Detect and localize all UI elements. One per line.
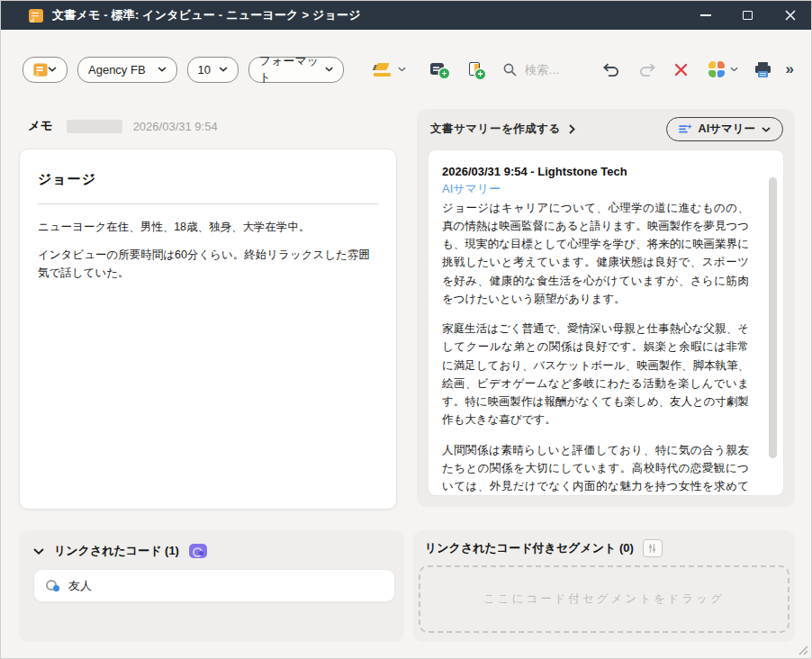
font-size-dropdown[interactable]: 10 (187, 57, 239, 83)
ai-sparkle-icon (679, 123, 692, 135)
memo-divider (38, 203, 378, 204)
toolbar: Agency FB 10 フォーマット (23, 55, 793, 84)
memo-paragraph: ニューヨーク在住、男性、18歳、独身、大学在学中。 (38, 218, 378, 236)
four-color-grid-icon (708, 61, 725, 77)
insert-document-button[interactable] (468, 62, 483, 77)
chevron-down-icon (325, 67, 333, 72)
summary-content[interactable]: 2026/03/31 9:54 - Lightstone Tech AIサマリー… (428, 149, 784, 496)
linked-segments-title: リンクされたコード付きセグメント (0) (425, 540, 634, 556)
summary-paragraph: 家庭生活はごく普通で、愛情深い母親と仕事熱心な父親、そしてクールな弟との関係は良… (442, 320, 749, 429)
maximize-button[interactable] (726, 1, 769, 30)
font-family-value: Agency FB (88, 63, 146, 77)
visual-tools-button[interactable] (708, 61, 738, 77)
create-summary-label: 文書サマリーを作成する (430, 122, 561, 137)
memo-type-dropdown[interactable] (23, 57, 68, 83)
memo-editor[interactable]: ジョージ ニューヨーク在住、男性、18歳、独身、大学在学中。 インタビューの所要… (19, 149, 397, 510)
delete-x-icon (674, 63, 688, 77)
memo-window: 文書メモ - 標準: インタビュー - ニューヨーク > ジョージ Agency… (0, 0, 812, 659)
memo-title: ジョージ (38, 171, 378, 188)
code-label: 友人 (68, 578, 92, 594)
resize-grip-icon[interactable] (797, 644, 808, 655)
ai-summary-button-label: AIサマリー (699, 122, 755, 137)
summary-panel: 文書サマリーを作成する AIサマリー 2026/03/31 9:54 - Lig… (417, 109, 795, 507)
chevron-down-icon (219, 67, 228, 72)
summary-paragraph: ジョージはキャリアについて、心理学の道に進むものの、真の情熱は映画監督にあると語… (442, 199, 749, 309)
memo-timestamp: 2026/03/31 9:54 (133, 120, 218, 133)
summary-scrollbar[interactable] (769, 177, 777, 458)
font-family-dropdown[interactable]: Agency FB (77, 57, 177, 83)
printer-icon (753, 61, 772, 78)
sliders-icon (647, 543, 657, 554)
format-label: フォーマット (259, 53, 325, 86)
highlight-button[interactable] (354, 61, 406, 77)
linked-segments-card: リンクされたコード付きセグメント (0) ここにコード付セグメントをドラッグ (413, 530, 795, 642)
search-input[interactable] (525, 63, 593, 77)
summary-entry-type: AIサマリー (442, 181, 749, 198)
redo-button[interactable] (636, 62, 658, 77)
chevron-down-icon (762, 127, 771, 132)
minimize-icon (700, 14, 711, 16)
summary-entry-title: 2026/03/31 9:54 - Lightstone Tech (442, 164, 749, 181)
minimize-button[interactable] (684, 1, 726, 30)
linked-codes-title: リンクされたコード (1) (54, 543, 179, 559)
print-button[interactable] (753, 61, 772, 78)
segments-dropzone[interactable]: ここにコード付セグメントをドラッグ (419, 565, 789, 633)
search-group (502, 62, 593, 77)
linked-segments-header: リンクされたコード付きセグメント (0) (419, 539, 789, 557)
font-size-value: 10 (198, 63, 211, 77)
highlighter-icon (373, 61, 392, 77)
create-summary-link[interactable]: 文書サマリーを作成する (430, 122, 575, 137)
author-redacted (67, 120, 122, 133)
search-icon (502, 62, 518, 77)
memo-label: メモ (28, 118, 53, 134)
insert-date-button[interactable] (430, 62, 447, 77)
ai-summary-button[interactable]: AIサマリー (666, 117, 783, 141)
document-add-icon (468, 62, 483, 77)
format-dropdown[interactable]: フォーマット (248, 57, 344, 83)
segments-filter-button[interactable] (643, 539, 663, 557)
summary-header: 文書サマリーを作成する AIサマリー (417, 109, 795, 149)
undo-button[interactable] (600, 62, 622, 77)
more-chevrons-icon: » (786, 60, 793, 78)
maximize-icon (743, 11, 753, 20)
memo-meta-row: メモ 2026/03/31 9:54 (28, 118, 218, 134)
close-button[interactable] (769, 1, 811, 30)
chevron-down-icon (158, 67, 167, 72)
code-symbol-icon (46, 580, 60, 591)
memo-icon (29, 9, 43, 23)
more-tools-button[interactable]: » (786, 60, 793, 78)
chevron-right-icon (569, 124, 575, 134)
linked-code-item[interactable]: 友人 (33, 569, 395, 602)
memo-type-icon (33, 63, 47, 76)
linked-codes-header: リンクされたコード (1) (33, 543, 395, 559)
chevron-down-icon (48, 67, 57, 72)
calendar-add-icon (430, 62, 447, 77)
chevron-down-icon (730, 67, 738, 72)
chevron-down-icon (398, 67, 406, 72)
title-bar[interactable]: 文書メモ - 標準: インタビュー - ニューヨーク > ジョージ (1, 1, 811, 30)
undo-icon (600, 62, 622, 77)
linked-code-icon (189, 544, 207, 558)
redo-icon (636, 62, 658, 77)
window-title: 文書メモ - 標準: インタビュー - ニューヨーク > ジョージ (52, 7, 361, 23)
linked-codes-card: リンクされたコード (1) 友人 (19, 530, 404, 642)
memo-paragraph: インタビューの所要時間は60分くらい。終始リラックスした雰囲気で話していた。 (38, 246, 378, 282)
summary-paragraph: 人間関係は素晴らしいと評価しており、特に気の合う親友たちとの関係を大切にしていま… (442, 441, 749, 496)
delete-memo-button[interactable] (674, 63, 688, 77)
collapse-chevron-icon[interactable] (33, 548, 44, 555)
close-icon (785, 10, 796, 21)
dropzone-hint: ここにコード付セグメントをドラッグ (483, 591, 725, 607)
